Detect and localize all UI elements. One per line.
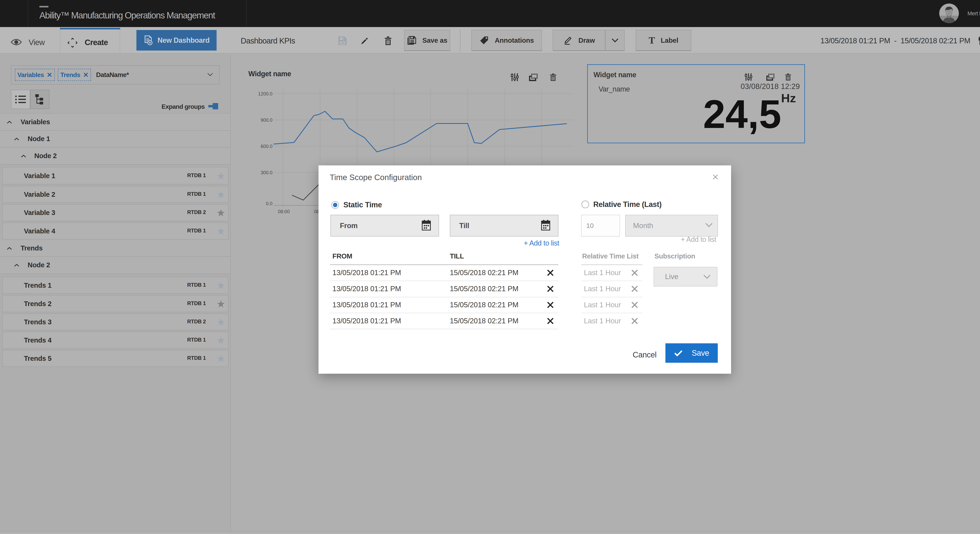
svg-text:0.0: 0.0 [266, 201, 272, 206]
svg-text:300.0: 300.0 [261, 170, 272, 175]
svg-text:900.0: 900.0 [261, 118, 272, 123]
svg-text:600.0: 600.0 [261, 144, 272, 149]
svg-text:08:00: 08:00 [278, 209, 290, 214]
svg-text:1200.0: 1200.0 [258, 91, 272, 96]
